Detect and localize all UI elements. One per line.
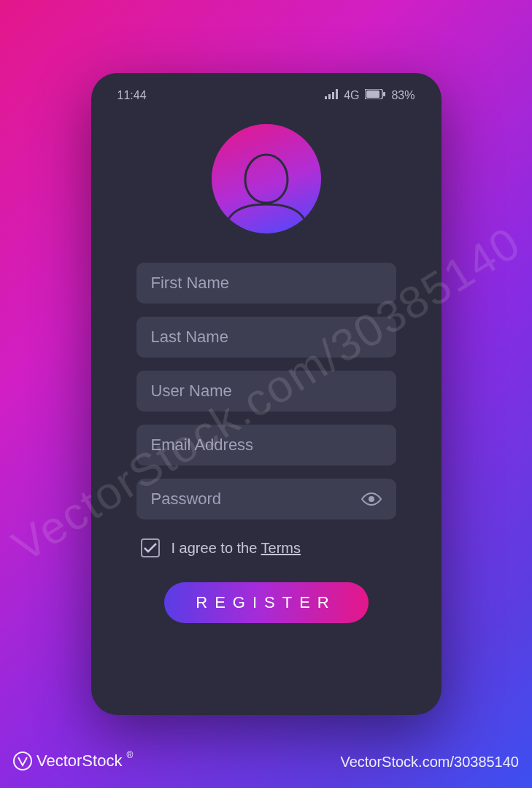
vectorstock-logo-icon: [13, 752, 32, 770]
svg-rect-2: [332, 92, 334, 99]
email-input[interactable]: [136, 425, 396, 466]
watermark-brand-text: VectorStock: [36, 752, 122, 770]
person-icon: [212, 147, 321, 233]
svg-rect-0: [325, 96, 327, 99]
password-input[interactable]: [151, 490, 352, 509]
phone-frame: 11:44 4G 83%: [91, 73, 442, 715]
terms-checkbox[interactable]: [141, 538, 160, 557]
battery-icon: [365, 89, 385, 102]
user-name-input[interactable]: [136, 371, 396, 412]
register-form: I agree to the Terms REGISTER: [112, 263, 421, 623]
signal-icon: [325, 89, 338, 102]
status-network: 4G: [344, 89, 359, 102]
status-bar: 11:44 4G 83%: [112, 89, 421, 102]
terms-text: I agree to the Terms: [171, 540, 301, 557]
svg-point-8: [14, 752, 31, 770]
avatar-container: [112, 124, 421, 233]
last-name-input[interactable]: [136, 317, 396, 358]
status-battery: 83%: [391, 89, 415, 102]
register-button[interactable]: REGISTER: [164, 582, 369, 623]
watermark-id: VectorStock.com/30385140: [340, 754, 519, 770]
watermark-brand: VectorStock®: [13, 752, 133, 770]
status-time: 11:44: [117, 89, 147, 102]
first-name-input[interactable]: [136, 263, 396, 304]
terms-link[interactable]: Terms: [261, 540, 301, 556]
status-right: 4G 83%: [325, 89, 415, 102]
terms-row: I agree to the Terms: [136, 533, 396, 557]
svg-rect-6: [383, 92, 385, 96]
check-icon: [144, 543, 157, 553]
password-field: [136, 479, 396, 519]
watermark-brand-suffix: ®: [126, 750, 133, 760]
svg-rect-5: [366, 90, 379, 98]
svg-point-7: [369, 496, 374, 502]
eye-icon[interactable]: [361, 492, 382, 506]
avatar: [212, 124, 321, 233]
terms-prefix: I agree to the: [171, 540, 261, 556]
svg-rect-1: [328, 94, 331, 99]
svg-rect-3: [336, 89, 338, 99]
